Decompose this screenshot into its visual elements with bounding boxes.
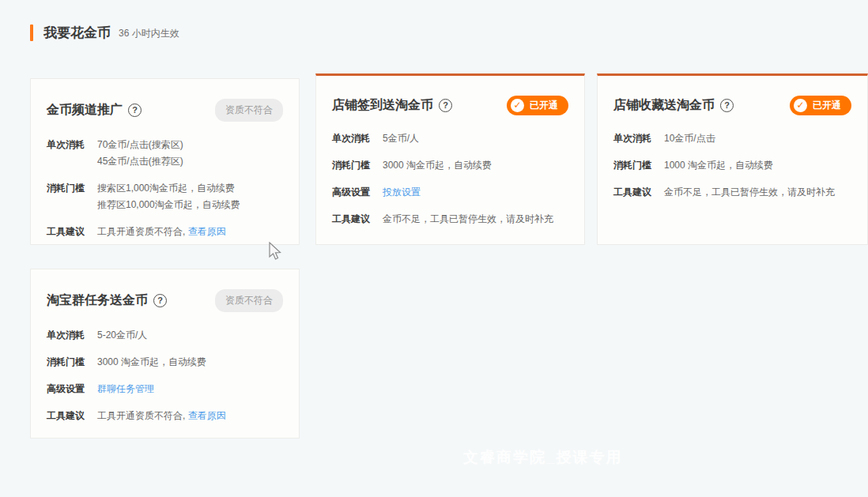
card-row: 工具建议金币不足，工具已暂停生效，请及时补充 [613,184,851,201]
value-text: 1000 淘金币起，自动续费 [664,160,773,171]
card-row: 高级设置群聊任务管理 [47,381,283,397]
row-label: 高级设置 [47,381,97,397]
row-label: 单次消耗 [332,130,383,147]
row-label: 单次消耗 [47,327,97,344]
value-text: 10金币/点击 [664,133,715,144]
row-value: 工具开通资质不符合, 查看原因 [97,408,226,424]
value-text: 推荐区10,000淘金币起，自动续费 [97,199,240,210]
row-label: 消耗门槛 [47,354,97,371]
tool-card-taobao-group-task-coins: 淘宝群任务送金币 ? 资质不符合 单次消耗5-20金币/人消耗门槛3000 淘金… [30,269,300,439]
row-value-line: 金币不足，工具已暂停生效，请及时补充 [664,184,835,201]
status-badge: ✓ 已开通 [507,96,568,115]
help-icon[interactable]: ? [128,104,142,117]
card-row: 单次消耗5金币/人 [332,130,568,147]
value-text: 5金币/人 [383,133,419,144]
row-label: 消耗门槛 [332,157,383,174]
card-row: 工具建议金币不足，工具已暂停生效，请及时补充 [332,211,568,228]
value-text: 70金币/点击(搜索区) [97,139,183,150]
row-value: 投放设置 [383,184,421,201]
row-label: 单次消耗 [613,130,664,147]
card-header: 淘宝群任务送金币 ? 资质不符合 [47,289,283,312]
text-link[interactable]: 查看原因 [188,410,226,421]
page-subtitle: 36 小时内生效 [119,27,179,40]
value-text: 3000 淘金币起，自动续费 [97,356,206,367]
card-row: 工具建议工具开通资质不符合, 查看原因 [47,408,283,424]
row-value: 工具开通资质不符合, 查看原因 [97,224,226,240]
value-text: 金币不足，工具已暂停生效，请及时补充 [664,186,835,198]
tool-card-shop-checkin-coins: 店铺签到送淘金币 ? ✓ 已开通 单次消耗5金币/人消耗门槛3000 淘金币起，… [315,73,585,245]
row-value-line: 推荐区10,000淘金币起，自动续费 [97,197,240,213]
status-badge: 资质不符合 [215,289,283,312]
card-row: 消耗门槛1000 淘金币起，自动续费 [613,157,851,174]
card-row: 工具建议工具开通资质不符合, 查看原因 [47,224,283,240]
card-title: 金币频道推广 ? [47,102,142,119]
card-row: 消耗门槛3000 淘金币起，自动续费 [332,157,568,174]
card-title: 店铺签到送淘金币 ? [332,97,452,114]
row-value-line: 工具开通资质不符合, 查看原因 [97,408,226,424]
card-title-text: 淘宝群任务送金币 [47,292,148,309]
accent-bar [30,24,33,41]
value-text: 5-20金币/人 [97,329,147,341]
row-value: 5-20金币/人 [97,327,147,344]
check-icon: ✓ [794,99,807,112]
value-text: 工具开通资质不符合, [97,226,188,237]
tool-card-shop-favorite-coins: 店铺收藏送淘金币 ? ✓ 已开通 单次消耗10金币/点击消耗门槛1000 淘金币… [597,73,868,245]
watermark: 文睿商学院_授课专用 [463,447,623,468]
status-badge-label: 已开通 [813,99,841,112]
row-value: 1000 淘金币起，自动续费 [664,157,773,174]
card-rows: 单次消耗10金币/点击消耗门槛1000 淘金币起，自动续费工具建议金币不足，工具… [613,130,851,201]
card-header: 店铺收藏送淘金币 ? ✓ 已开通 [613,96,851,115]
help-icon[interactable]: ? [153,294,167,307]
row-value-line: 1000 淘金币起，自动续费 [664,157,773,174]
row-value-line: 金币不足，工具已暂停生效，请及时补充 [383,211,553,228]
row-value-line: 投放设置 [383,184,421,201]
row-value: 金币不足，工具已暂停生效，请及时补充 [664,184,835,201]
row-label: 工具建议 [47,224,97,240]
row-value-line: 5-20金币/人 [97,327,147,344]
row-value-line: 工具开通资质不符合, 查看原因 [97,224,226,240]
text-link[interactable]: 投放设置 [383,186,421,198]
card-title-text: 金币频道推广 [47,102,123,119]
page-title: 我要花金币 [43,24,111,42]
tool-card-coin-channel-promotion: 金币频道推广 ? 资质不符合 单次消耗70金币/点击(搜索区)45金币/点击(推… [30,78,300,245]
card-title: 店铺收藏送淘金币 ? [613,97,734,114]
card-row: 高级设置投放设置 [332,184,568,201]
card-title-text: 店铺收藏送淘金币 [613,97,715,114]
value-text: 搜索区1,000淘金币起，自动续费 [97,183,235,194]
row-label: 消耗门槛 [47,180,97,213]
row-label: 高级设置 [332,184,383,201]
row-value-line: 10金币/点击 [664,130,715,147]
row-value: 3000 淘金币起，自动续费 [383,157,492,174]
row-value: 5金币/人 [383,130,419,147]
status-badge-label: 已开通 [530,99,558,112]
value-text: 45金币/点击(推荐区) [97,156,183,167]
card-header: 金币频道推广 ? 资质不符合 [47,99,283,122]
mouse-cursor [269,242,283,261]
row-value-line: 3000 淘金币起，自动续费 [97,354,206,371]
row-value-line: 45金币/点击(推荐区) [97,153,183,170]
card-row: 消耗门槛3000 淘金币起，自动续费 [47,354,283,371]
row-label: 工具建议 [47,408,97,424]
row-value-line: 3000 淘金币起，自动续费 [383,157,492,174]
card-row: 消耗门槛搜索区1,000淘金币起，自动续费推荐区10,000淘金币起，自动续费 [47,180,283,213]
row-value-line: 群聊任务管理 [97,381,154,397]
text-link[interactable]: 查看原因 [188,226,226,237]
row-label: 工具建议 [332,211,383,228]
value-text: 金币不足，工具已暂停生效，请及时补充 [383,213,553,224]
text-link[interactable]: 群聊任务管理 [97,383,154,394]
row-value: 搜索区1,000淘金币起，自动续费推荐区10,000淘金币起，自动续费 [97,180,240,213]
help-icon[interactable]: ? [720,99,734,112]
card-header: 店铺签到送淘金币 ? ✓ 已开通 [332,96,568,115]
status-badge: ✓ 已开通 [790,96,851,115]
help-icon[interactable]: ? [439,99,452,112]
row-label: 消耗门槛 [613,157,664,174]
card-rows: 单次消耗5-20金币/人消耗门槛3000 淘金币起，自动续费高级设置群聊任务管理… [47,327,283,424]
check-icon: ✓ [511,99,524,112]
status-badge-label: 资质不符合 [225,294,273,307]
status-badge-label: 资质不符合 [225,104,273,117]
row-value: 70金币/点击(搜索区)45金币/点击(推荐区) [97,137,183,170]
page-header: 我要花金币 36 小时内生效 [30,24,179,42]
card-row: 单次消耗5-20金币/人 [47,327,283,344]
card-rows: 单次消耗70金币/点击(搜索区)45金币/点击(推荐区)消耗门槛搜索区1,000… [47,137,283,240]
card-rows: 单次消耗5金币/人消耗门槛3000 淘金币起，自动续费高级设置投放设置工具建议金… [332,130,568,228]
